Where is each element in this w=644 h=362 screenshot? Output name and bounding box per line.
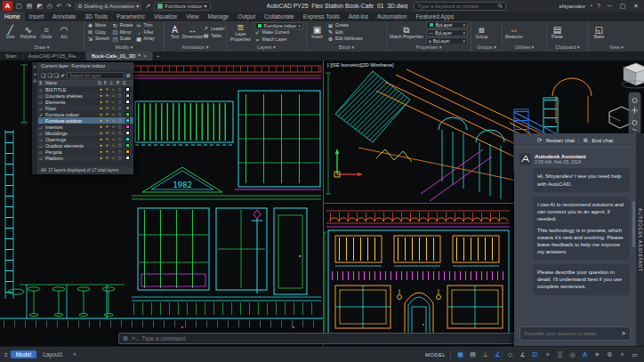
viewport-label[interactable]: [-][SE Isometric][2D Wireframe] bbox=[327, 62, 394, 68]
new-drawing-tab-button[interactable]: + bbox=[153, 52, 164, 60]
move-button[interactable]: ✥Move bbox=[87, 23, 109, 29]
end-chat-icon[interactable]: ⊗ bbox=[584, 137, 589, 144]
share-icon[interactable]: ↗ bbox=[144, 1, 151, 11]
rotate-button[interactable]: ↻Rotate bbox=[112, 23, 133, 29]
panel-draw-label[interactable]: Draw bbox=[0, 44, 84, 52]
delete-layer-icon[interactable]: ❏ bbox=[54, 72, 59, 78]
customize-icon[interactable]: ⚙ bbox=[123, 335, 128, 342]
layer-row-current[interactable]: ✔Furniture indoor●☀∪⎙ bbox=[38, 111, 133, 117]
chat-scrollbar[interactable] bbox=[632, 201, 635, 247]
layout-menu-icon[interactable]: ≡ bbox=[4, 351, 8, 358]
ribbon-tab-output[interactable]: Output bbox=[233, 12, 260, 21]
stretch-button[interactable]: ⇲Stretch bbox=[87, 36, 109, 43]
grid-toggle[interactable]: ▦ bbox=[455, 350, 465, 360]
clean-screen-toggle[interactable]: ▭ bbox=[630, 350, 640, 360]
linetype-dropdown[interactable]: —ByLayer▾ bbox=[426, 29, 468, 36]
scale-button[interactable]: ◳Scale bbox=[112, 36, 133, 43]
layer-search[interactable] bbox=[67, 72, 124, 79]
layer-properties-button[interactable]: ≣Layer Properties bbox=[229, 23, 252, 42]
layer-color-chip[interactable] bbox=[125, 93, 130, 98]
restart-chat-button[interactable]: Restart chat bbox=[546, 138, 575, 143]
send-icon[interactable]: ➤ bbox=[621, 330, 626, 337]
layer-color-chip[interactable] bbox=[125, 118, 130, 123]
help-icon[interactable]: ? bbox=[596, 1, 601, 11]
chat-transcript[interactable]: Autodesk Assistant 2:55 AM, Feb 05, 2024… bbox=[514, 148, 636, 325]
object-snap-tracking-toggle[interactable]: ∡ bbox=[518, 350, 527, 360]
polar-tracking-toggle[interactable]: ∠ bbox=[493, 350, 503, 360]
new-layer-vp-icon[interactable]: ❏ bbox=[47, 72, 52, 78]
layer-row[interactable]: ▱Mouldings●☀∪⎙ bbox=[38, 130, 133, 136]
arc-button[interactable]: ◠Arc bbox=[57, 26, 72, 40]
customization-gear[interactable]: ⚙ bbox=[605, 350, 615, 360]
layer-color-chip[interactable] bbox=[125, 87, 130, 92]
layer-row[interactable]: ▱Outdoor elements●☀∪⎙ bbox=[38, 142, 133, 149]
lineweight-toggle[interactable]: ≡ bbox=[543, 350, 552, 360]
new-layer-icon[interactable]: ❏ bbox=[41, 72, 45, 78]
ribbon-tab-featured[interactable]: Featured Apps bbox=[411, 12, 458, 21]
color-dropdown[interactable]: ByLayer▾ bbox=[426, 21, 468, 28]
snap-toggle[interactable]: ▤ bbox=[468, 350, 478, 360]
annotation-visibility-toggle[interactable]: A bbox=[580, 350, 590, 360]
chat-input-box[interactable]: ➤ bbox=[519, 326, 631, 341]
isodraft-toggle[interactable]: ◇ bbox=[505, 350, 515, 360]
qat-layer-dropdown[interactable]: Furniture indoor ▾ bbox=[154, 2, 210, 11]
layer-dropdown[interactable]: Furniture indoor ▾ bbox=[254, 22, 303, 29]
close-icon[interactable]: ✕ bbox=[33, 64, 36, 69]
close-button[interactable]: ✕ bbox=[631, 3, 641, 10]
layer-color-chip[interactable] bbox=[125, 137, 130, 141]
drawing-area[interactable]: 1982 bbox=[0, 60, 644, 346]
ribbon-tab-annotate[interactable]: Annotate bbox=[48, 12, 80, 21]
filter-gear-icon[interactable]: ⚙ bbox=[126, 72, 131, 78]
end-chat-button[interactable]: End chat bbox=[592, 138, 613, 143]
layer-row[interactable]: ▱Platform●☀∪⎙ bbox=[38, 155, 133, 161]
dimension-button[interactable]: ↔Dimension bbox=[185, 26, 200, 40]
ribbon-tab-automation[interactable]: Automation bbox=[373, 12, 411, 21]
group-button[interactable]: ⧈Group bbox=[474, 26, 489, 40]
undo-icon[interactable]: ↶ bbox=[55, 1, 62, 11]
close-tab-icon[interactable]: ✕ bbox=[143, 53, 147, 59]
gear-icon[interactable]: ⚙ bbox=[33, 78, 36, 84]
plot-icon[interactable]: ⎙ bbox=[46, 1, 53, 11]
restart-chat-icon[interactable]: ⟳ bbox=[537, 137, 543, 144]
transparency-toggle[interactable]: ▒ bbox=[555, 350, 565, 360]
ortho-toggle[interactable]: ⊥ bbox=[480, 350, 490, 360]
match-properties-button[interactable]: ⧉Match Properties bbox=[390, 26, 423, 40]
edit-block-button[interactable]: ✎Edit bbox=[327, 29, 363, 36]
line-button[interactable]: ╱Line bbox=[3, 26, 18, 40]
panel-view-label[interactable]: View bbox=[589, 44, 644, 52]
edit-attributes-button[interactable]: ⚙Edit Attributes bbox=[327, 36, 363, 43]
file-tab-doc2[interactable]: Book-Cafe_01_3D* ✕ bbox=[86, 52, 153, 60]
base-view-button[interactable]: ◱Base bbox=[592, 26, 607, 40]
match-layer-button[interactable]: ≈Match Layer bbox=[254, 37, 303, 44]
model-space-label[interactable]: MODEL bbox=[425, 352, 446, 358]
viewport-facade-detail[interactable] bbox=[323, 204, 514, 346]
polyline-button[interactable]: ∿Polyline bbox=[20, 26, 36, 40]
autoscale-toggle[interactable]: ✳ bbox=[592, 350, 602, 360]
layer-row[interactable]: ▱Interiors●☀∪⎙ bbox=[38, 124, 133, 130]
panel-groups-label[interactable]: Groups bbox=[471, 44, 502, 52]
ribbon-tab-collaborate[interactable]: Collaborate bbox=[260, 12, 299, 21]
ribbon-tab-visualize[interactable]: Visualize bbox=[149, 12, 181, 21]
circle-button[interactable]: ○Circle bbox=[39, 26, 54, 40]
command-line[interactable]: ⚙ >_ bbox=[118, 333, 515, 344]
panel-properties-label[interactable]: Properties bbox=[387, 44, 471, 52]
app-menu-button[interactable]: A bbox=[3, 1, 12, 11]
notification-bell-icon[interactable]: ◔ bbox=[588, 1, 593, 11]
mirror-button[interactable]: ◫Mirror bbox=[112, 29, 133, 36]
maximize-button[interactable]: ▢ bbox=[617, 3, 628, 10]
help-search-input[interactable] bbox=[417, 4, 496, 9]
navigation-bar[interactable] bbox=[629, 93, 640, 135]
ribbon-tab-insert[interactable]: Insert bbox=[25, 12, 49, 21]
palette-grip[interactable]: ✕ ◂ ⚙ bbox=[32, 62, 38, 174]
text-button[interactable]: AText bbox=[167, 26, 182, 40]
layer-color-chip[interactable] bbox=[125, 131, 130, 135]
layer-row[interactable]: ▱Elements●☀∪⎙ bbox=[38, 99, 133, 105]
panel-modify-label[interactable]: Modify bbox=[85, 44, 164, 52]
panel-clipboard-label[interactable]: Clipboard bbox=[547, 44, 588, 52]
new-layout-button[interactable]: + bbox=[69, 350, 80, 358]
layer-color-chip[interactable] bbox=[125, 143, 130, 148]
layer-color-chip[interactable] bbox=[125, 125, 130, 129]
open-file-icon[interactable]: ▤ bbox=[26, 1, 34, 11]
ribbon-tab-express[interactable]: Express Tools bbox=[299, 12, 344, 21]
viewport-divider-horizontal[interactable] bbox=[323, 203, 514, 204]
